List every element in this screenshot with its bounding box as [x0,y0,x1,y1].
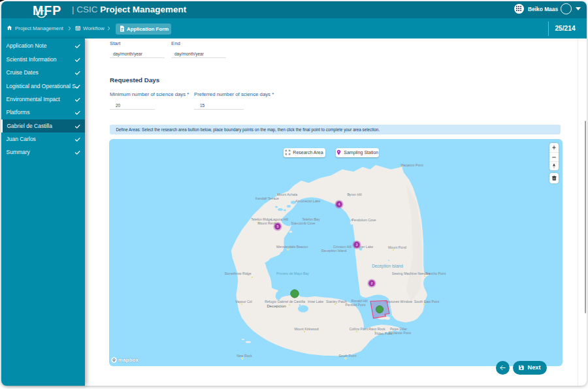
svg-text:Telefon Ridge: Telefon Ridge [251,217,272,221]
svg-text:Entrance Point: Entrance Point [389,331,412,335]
svg-text:Refugio Gabriel de Castilla: Refugio Gabriel de Castilla [265,300,305,303]
svg-text:Deception Island: Deception Island [321,249,347,253]
svg-text:Mount Achala: Mount Achala [277,193,298,196]
svg-text:Kendall Terrace: Kendall Terrace [255,196,279,200]
svg-text:Sewing Machine Needles: Sewing Machine Needles [392,272,431,275]
svg-text:South East Point: South East Point [414,300,440,303]
svg-text:Petes Pillar: Petes Pillar [390,327,408,331]
svg-text:Vapour Col: Vapour Col [235,300,252,303]
svg-text:Collins Point: Collins Point [350,327,368,331]
svg-text:3: 3 [355,243,357,247]
svg-text:Pendulum Cove: Pendulum Cove [352,218,376,222]
svg-text:Neptunes Window: Neptunes Window [385,300,412,303]
svg-text:Crimson Hill: Crimson Hill [333,245,351,249]
svg-text:Irizar Lake: Irizar Lake [308,300,323,303]
svg-text:Telefon Bay: Telefon Bay [302,217,320,221]
svg-text:Wensleydale Beacon: Wensleydale Beacon [276,245,308,249]
svg-text:Laguna Hill: Laguna Hill [271,217,288,221]
svg-text:New Rock: New Rock [237,354,252,358]
svg-text:Stonethrow Ridge: Stonethrow Ridge [224,272,251,275]
svg-text:Macaroni Point: Macaroni Point [400,163,423,167]
svg-text:South Point: South Point [339,354,357,358]
svg-text:Stancomb Cove: Stancomb Cove [291,221,316,225]
svg-text:Ravn Rock: Ravn Rock [368,327,385,331]
svg-text:Penfold Point: Penfold Point [346,303,366,307]
svg-text:Sancho Point: Sancho Point [426,272,446,275]
svg-text:Decepcion: Decepcion [267,303,286,308]
svg-text:Mount Pond: Mount Pond [388,245,406,249]
svg-text:Almonecist Lake: Almonecist Lake [295,199,320,203]
svg-text:Deception Island: Deception Island [372,264,403,269]
svg-text:Stanley Patch: Stanley Patch [326,300,347,303]
svg-text:Primero de Mayo Bay: Primero de Mayo Bay [276,272,309,275]
svg-text:Mount Kirkwood: Mount Kirkwood [294,327,318,331]
svg-text:5: 5 [276,225,278,228]
svg-text:Byron Hill: Byron Hill [347,193,361,196]
svg-text:2: 2 [370,281,372,285]
